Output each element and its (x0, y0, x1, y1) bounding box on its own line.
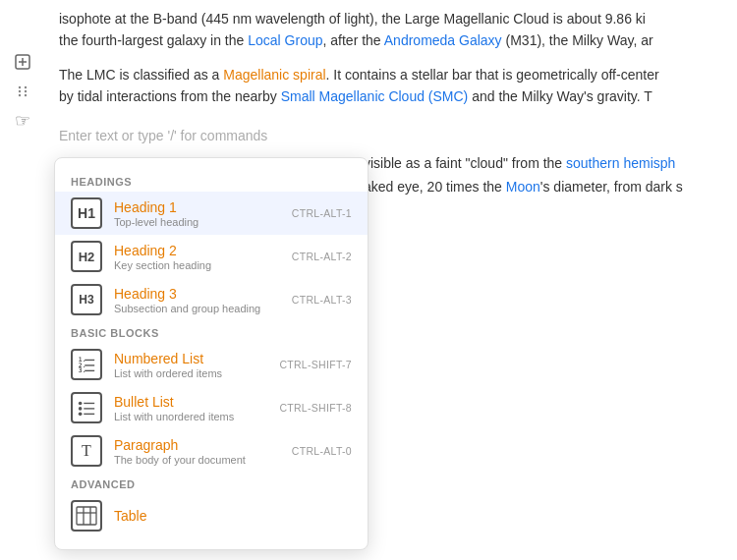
heading2-title: Heading 2 (114, 243, 284, 258)
heading3-item[interactable]: H3 Heading 3 Subsection and group headin… (55, 278, 368, 321)
heading1-item[interactable]: H1 Heading 1 Top-level heading CTRL-ALT-… (55, 192, 368, 235)
bullet-list-title: Bullet List (114, 394, 271, 410)
heading3-shortcut: CTRL-ALT-3 (292, 294, 352, 306)
southern-hemisphere-link[interactable]: southern hemisph (566, 155, 675, 171)
paragraph-text: Paragraph The body of your document (114, 437, 284, 466)
svg-point-8 (25, 94, 27, 96)
bullet-list-shortcut: CTRL-SHIFT-8 (279, 402, 352, 414)
advanced-section-label: Advanced (55, 473, 368, 494)
svg-point-4 (25, 86, 27, 88)
heading2-shortcut: CTRL-ALT-2 (292, 251, 352, 262)
add-block-button[interactable] (10, 49, 35, 75)
moon-link[interactable]: Moon (506, 179, 540, 195)
numbered-list-subtitle: List with ordered items (114, 367, 271, 379)
table-icon (71, 500, 102, 532)
cursor-pointer-indicator: ☞ (15, 110, 30, 132)
bg-line1: isophote at the B-band (445 nm wavelengt… (59, 8, 678, 29)
table-item[interactable]: Table (55, 494, 368, 537)
svg-point-17 (79, 407, 83, 411)
heading2-text: Heading 2 Key section heading (114, 243, 284, 271)
right-partial-text: visible as a faint "cloud" from the sout… (364, 152, 737, 199)
numbered-list-shortcut: CTRL-SHIFT-7 (279, 359, 352, 370)
bg-line2: the fourth-largest galaxy in the Local G… (59, 29, 678, 51)
magellanic-spiral-link[interactable]: Magellanic spiral (223, 67, 325, 83)
heading3-text: Heading 3 Subsection and group heading (114, 286, 284, 314)
table-text: Table (114, 508, 352, 524)
local-group-link[interactable]: Local Group (248, 32, 322, 48)
numbered-list-title: Numbered List (114, 351, 271, 366)
smc-link[interactable]: Small Magellanic Cloud (SMC) (281, 88, 469, 104)
drag-handle-button[interactable] (10, 79, 35, 104)
bullet-list-icon (71, 392, 102, 423)
svg-point-15 (79, 402, 83, 406)
basic-blocks-section-label: Basic blocks (55, 321, 368, 343)
svg-rect-21 (77, 507, 96, 525)
heading2-subtitle: Key section heading (114, 259, 284, 271)
paragraph-shortcut: CTRL-ALT-0 (292, 445, 352, 457)
paragraph-icon: T (71, 435, 102, 467)
text-input-placeholder[interactable]: Enter text or type '/' for commands (59, 128, 267, 143)
numbered-list-item[interactable]: 1. 2. 3. Numbered List List with ordered… (55, 343, 368, 386)
block-type-dropdown: Headings H1 Heading 1 Top-level heading … (54, 157, 368, 550)
heading1-icon: H1 (71, 197, 102, 229)
svg-point-3 (19, 86, 21, 88)
heading3-icon: H3 (71, 284, 102, 315)
heading2-icon: H2 (71, 241, 102, 272)
svg-point-19 (79, 413, 83, 417)
svg-point-5 (19, 90, 21, 92)
numbered-list-icon: 1. 2. 3. (71, 349, 102, 380)
bullet-list-item[interactable]: Bullet List List with unordered items CT… (55, 386, 368, 429)
heading1-subtitle: Top-level heading (114, 216, 284, 228)
heading1-title: Heading 1 (114, 199, 284, 215)
bullet-list-text: Bullet List List with unordered items (114, 394, 271, 422)
paragraph-subtitle: The body of your document (114, 454, 284, 466)
paragraph-item[interactable]: T Paragraph The body of your document CT… (55, 429, 368, 473)
heading1-text: Heading 1 Top-level heading (114, 199, 284, 228)
bullet-list-subtitle: List with unordered items (114, 411, 271, 422)
numbered-list-text: Numbered List List with ordered items (114, 351, 271, 379)
lmc-line2: by tidal interactions from the nearby Sm… (59, 85, 678, 107)
andromeda-link[interactable]: Andromeda Galaxy (384, 32, 502, 48)
heading3-title: Heading 3 (114, 286, 284, 302)
table-title: Table (114, 508, 352, 524)
left-toolbar: ☞ (10, 49, 35, 132)
svg-point-6 (25, 90, 27, 92)
heading2-item[interactable]: H2 Heading 2 Key section heading CTRL-AL… (55, 235, 368, 278)
lmc-paragraph: The LMC is classified as a Magellanic sp… (59, 64, 678, 85)
heading1-shortcut: CTRL-ALT-1 (292, 207, 352, 219)
svg-point-7 (19, 94, 21, 96)
paragraph-title: Paragraph (114, 437, 284, 453)
headings-section-label: Headings (55, 170, 368, 192)
heading3-subtitle: Subsection and group heading (114, 303, 284, 314)
